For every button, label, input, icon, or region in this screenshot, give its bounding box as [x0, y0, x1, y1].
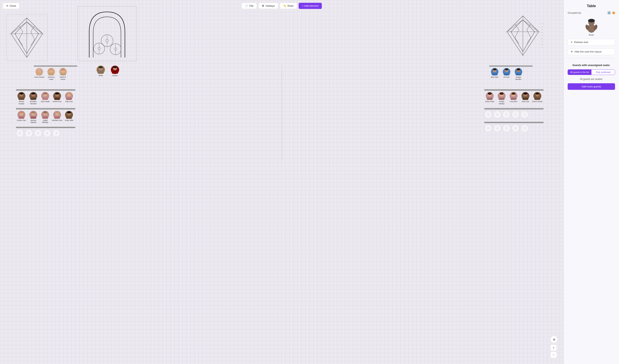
right-aisle-bench: Best Man Kit Carr	[489, 65, 533, 81]
close-label: Close	[10, 4, 16, 7]
guest-simon-doran[interactable]: Simon Doran	[532, 92, 543, 105]
svg-point-119	[31, 111, 35, 114]
right-decoration	[502, 12, 544, 59]
empty-seat-5: 5	[16, 129, 24, 137]
guest-john-doe[interactable]: John Doe	[520, 92, 531, 105]
svg-point-91	[517, 68, 520, 70]
zoom-in-button[interactable]: +	[550, 345, 557, 351]
svg-rect-120	[30, 117, 36, 119]
svg-rect-71	[60, 73, 66, 75]
map-controls: ⊕ + −	[550, 336, 558, 358]
toolbar: 📄 File ⌘ Hotkeys 📏 Ruler + Add element	[241, 3, 322, 9]
occupied-section: Occupied by: ⚙️	[568, 11, 615, 15]
svg-point-139	[500, 92, 504, 95]
svg-line-19	[27, 22, 43, 34]
svg-rect-88	[504, 73, 509, 75]
svg-line-37	[511, 32, 523, 52]
guest-johanna-lowe[interactable]: Johanna Lowe	[46, 68, 57, 81]
left-aisle-bench: Anna Fenton Johanna Lowe	[34, 65, 77, 81]
empty-seat-1: 1	[52, 129, 60, 137]
left-pew-row1: Ronan Cooper Brenden Houston Alice Neale…	[16, 89, 75, 105]
settings-button[interactable]: ⚙️	[607, 11, 611, 15]
guest-alice-neale[interactable]: Alice Neale	[40, 92, 51, 105]
guest-kirstin-frye[interactable]: Kirstin Frye	[16, 111, 27, 124]
right-pew-row1: Olivia Duke Ashley Hartley Cora Burt Joh…	[484, 89, 544, 105]
zoom-out-button[interactable]: −	[550, 352, 557, 358]
file-button[interactable]: 📄 File	[241, 3, 257, 9]
svg-rect-67	[48, 73, 54, 75]
guest-maid-of-honor[interactable]: Maid-of-honor	[57, 68, 69, 81]
add-element-button[interactable]: + Add element	[299, 3, 322, 9]
svg-line-23	[11, 34, 27, 57]
guest-jonty-wills[interactable]: Jonty Wills	[63, 111, 74, 124]
svg-point-70	[61, 68, 65, 70]
bride-avatar-large	[585, 17, 598, 33]
bride-name-label: Bride	[589, 34, 594, 36]
seated-message: All guests are seated.	[568, 78, 615, 81]
close-button[interactable]: ✕ Close	[3, 3, 19, 9]
arch-decoration	[77, 6, 137, 61]
svg-rect-96	[18, 98, 24, 100]
svg-rect-63	[36, 73, 42, 75]
svg-line-15	[15, 22, 27, 34]
left-pew-section: Ronan Cooper Brenden Houston Alice Neale…	[16, 89, 75, 140]
svg-rect-128	[54, 117, 60, 119]
svg-line-35	[511, 20, 523, 32]
guest-groom[interactable]: Groom	[110, 65, 121, 77]
filter-all-button[interactable]: All guests in the list	[568, 70, 591, 75]
left-decoration	[6, 14, 48, 61]
add-more-guests-button[interactable]: Add more guests	[568, 83, 615, 90]
svg-line-24	[27, 34, 43, 57]
occupied-controls: ⚙️	[607, 11, 615, 15]
svg-point-83	[493, 68, 496, 70]
compass-button[interactable]: ⊕	[550, 336, 558, 343]
guest-ronan-cooper[interactable]: Ronan Cooper	[16, 92, 27, 105]
guests-section-title: Guests with unassigned seats:	[568, 64, 615, 67]
svg-line-39	[523, 20, 539, 32]
guest-izabel-bentley[interactable]: Izabel Bentley	[40, 111, 51, 124]
svg-rect-75	[98, 71, 104, 74]
svg-point-74	[98, 66, 103, 68]
release-seat-button[interactable]: ✕ Release seat	[568, 39, 615, 46]
guest-gregor-benitez[interactable]: Gregor Benitez	[513, 68, 524, 81]
svg-rect-100	[30, 98, 36, 100]
guest-bride[interactable]: Bride	[95, 65, 106, 77]
guest-brenden-houston[interactable]: Brenden Houston	[28, 92, 39, 105]
svg-line-40	[507, 20, 523, 32]
ruler-icon: 📏	[283, 4, 286, 7]
empty-seat-2: 2	[43, 129, 51, 137]
svg-rect-84	[492, 73, 498, 75]
svg-line-36	[523, 20, 535, 32]
guest-kitty-frye[interactable]: Kitty Frye	[63, 92, 74, 105]
ruler-button[interactable]: 📏 Ruler	[280, 3, 297, 9]
guest-michele-frye[interactable]: Michele Frye	[52, 111, 63, 124]
svg-line-17	[15, 34, 27, 54]
svg-line-20	[11, 22, 27, 34]
guest-jessica-wanda[interactable]: Jessica Wanda	[28, 111, 39, 124]
svg-point-154	[588, 19, 595, 22]
svg-point-131	[67, 112, 71, 113]
guest-cora-burt[interactable]: Cora Burt	[508, 92, 519, 105]
guest-ashley-hartley[interactable]: Ashley Hartley	[496, 92, 507, 105]
guest-olivia-duke[interactable]: Olivia Duke	[484, 92, 495, 105]
guest-best-man[interactable]: Best Man	[489, 68, 500, 81]
hotkeys-button[interactable]: ⌘ Hotkeys	[258, 3, 278, 9]
hotkeys-label: Hotkeys	[266, 4, 275, 7]
ruler-label: Ruler	[287, 4, 294, 7]
guest-darrel-frye[interactable]: Darrel Frye	[52, 92, 63, 105]
svg-rect-112	[66, 98, 72, 100]
hide-seat-button[interactable]: 👁 Hide this seat from layout	[568, 48, 615, 55]
bride-groom-center: Bride Groom	[95, 63, 121, 77]
guest-anna-fenton[interactable]: Anna Fenton	[34, 68, 45, 81]
svg-point-147	[523, 93, 527, 95]
svg-rect-136	[487, 98, 493, 100]
bride-figure: Bride	[568, 17, 615, 36]
canvas-area: ✕ Close 📄 File ⌘ Hotkeys 📏 Ruler + Add e…	[0, 0, 563, 364]
guest-kit-carr[interactable]: Kit Carr	[501, 68, 512, 81]
svg-point-99	[31, 93, 35, 95]
release-seat-label: Release seat	[574, 41, 588, 44]
svg-rect-148	[522, 98, 528, 100]
filter-confirmed-button[interactable]: Only confirmed	[591, 70, 615, 75]
left-pew-row3: 5 4 3 2 1	[16, 127, 75, 137]
svg-point-62	[38, 70, 41, 71]
